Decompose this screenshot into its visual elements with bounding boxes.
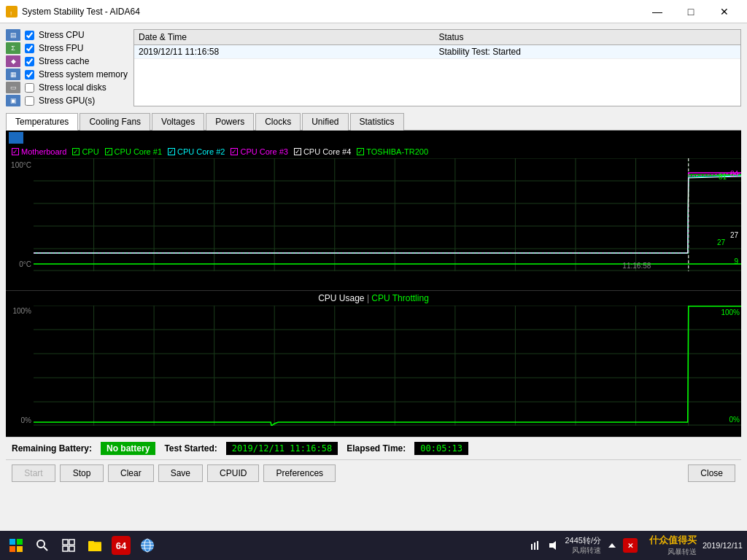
- log-row: 2019/12/11 11:16:58 Stability Test: Star…: [134, 45, 740, 59]
- temp-chart-svg: [34, 158, 741, 271]
- stress-mem-checkbox[interactable]: [25, 70, 34, 79]
- val-84: 84: [730, 170, 738, 178]
- svg-point-41: [37, 540, 44, 548]
- stress-options-panel: ▤ Stress CPU Σ Stress FPU ◆ Stress cache…: [6, 29, 128, 106]
- tab-cooling-fans[interactable]: Cooling Fans: [80, 113, 150, 131]
- stress-cpu-label: Stress CPU: [39, 30, 85, 40]
- tab-powers[interactable]: Powers: [206, 113, 254, 131]
- stress-option-cpu: ▤ Stress CPU: [6, 29, 128, 41]
- taskbar-search-icon[interactable]: [31, 534, 54, 557]
- tab-clocks[interactable]: Clocks: [255, 113, 301, 131]
- start-button[interactable]: Start: [12, 464, 55, 482]
- title-bar: ! System Stability Test - AIDA64 — □ ✕: [0, 0, 747, 23]
- cpu-usage-title: CPU Usage: [318, 293, 364, 303]
- legend-motherboard: ✓ Motherboard: [12, 147, 66, 156]
- taskbar-network-icon: [530, 540, 541, 551]
- val-81: 81: [719, 173, 727, 181]
- watermark-text: 什众值得买: [649, 534, 697, 547]
- taskbar-datetime: 2019/12/11: [703, 541, 743, 550]
- tab-statistics[interactable]: Statistics: [350, 113, 404, 131]
- legend-cpu-core3-label: CPU Core #3: [240, 147, 287, 156]
- svg-rect-39: [9, 546, 15, 552]
- usage-100: 100%: [721, 308, 740, 316]
- stress-cpu-checkbox[interactable]: [25, 31, 34, 40]
- cpu-usage-chart: CPU Usage | CPU Throttling 100% 0%: [6, 291, 741, 437]
- taskbar-right: 2445转/分 风扇转速 ✕ 什众值得买 风暴转送 2019/12/11: [530, 534, 743, 557]
- close-window-button[interactable]: ✕: [708, 0, 741, 23]
- taskbar: 64 2445转/分 风扇转速 ✕: [0, 531, 747, 560]
- chart-indicator: [9, 132, 23, 144]
- x-time-label: 11:16:58: [622, 262, 651, 270]
- minimize-button[interactable]: —: [640, 0, 674, 23]
- svg-rect-44: [69, 540, 74, 545]
- usage-y-max: 100%: [6, 307, 31, 315]
- top-section: ▤ Stress CPU Σ Stress FPU ◆ Stress cache…: [6, 29, 741, 106]
- taskbar-explorer-icon[interactable]: [83, 534, 107, 557]
- taskbar-taskview-icon[interactable]: [57, 534, 80, 557]
- gpu-icon: ▣: [6, 95, 20, 106]
- stress-fpu-label: Stress FPU: [39, 43, 83, 53]
- svg-marker-59: [608, 543, 616, 548]
- stress-option-memory: ▦ Stress system memory: [6, 69, 128, 80]
- svg-rect-37: [9, 539, 15, 545]
- stress-disk-label: Stress local disks: [39, 82, 107, 93]
- svg-rect-43: [63, 540, 68, 545]
- taskbar-rpm-info: 2445转/分 风扇转速: [565, 536, 601, 554]
- status-bar: Remaining Battery: No battery Test Start…: [6, 437, 741, 459]
- taskbar-browser-icon[interactable]: [136, 534, 159, 557]
- usage-right-values: 100%: [721, 307, 740, 317]
- taskbar-rpm-value: 2445转/分: [565, 536, 601, 545]
- svg-text:!: !: [10, 10, 12, 17]
- stress-option-fpu: Σ Stress FPU: [6, 42, 128, 54]
- window-title: System Stability Test - AIDA64: [22, 7, 140, 17]
- stress-fpu-checkbox[interactable]: [25, 44, 34, 53]
- legend-cpu-core2: ✓ CPU Core #2: [168, 147, 225, 156]
- tab-unified[interactable]: Unified: [302, 113, 348, 131]
- usage-y-min: 0%: [6, 416, 31, 424]
- stress-disk-checkbox[interactable]: [25, 83, 34, 93]
- usage-y-labels: 100% 0%: [6, 306, 34, 426]
- cpu-icon: ▤: [6, 29, 20, 41]
- svg-rect-40: [17, 546, 23, 552]
- stress-mem-label: Stress system memory: [39, 69, 128, 79]
- tab-voltages[interactable]: Voltages: [152, 113, 204, 131]
- aida-badge-label: 64: [112, 536, 131, 555]
- log-header-status: Status: [434, 30, 740, 45]
- svg-rect-45: [63, 546, 68, 551]
- elapsed-value: 00:05:13: [414, 442, 468, 455]
- temp-y-labels: 100°C 0°C: [6, 158, 34, 271]
- preferences-button[interactable]: Preferences: [263, 464, 336, 482]
- tab-temperatures[interactable]: Temperatures: [6, 113, 78, 131]
- close-button[interactable]: Close: [688, 464, 735, 482]
- svg-rect-48: [88, 543, 101, 551]
- stress-option-gpu: ▣ Stress GPU(s): [6, 95, 128, 106]
- log-table: Date & Time Status 2019/12/11 11:16:58 S…: [133, 29, 741, 106]
- stress-gpu-label: Stress GPU(s): [39, 96, 95, 106]
- svg-rect-56: [534, 542, 535, 550]
- taskbar-arrow-icon[interactable]: [607, 540, 617, 551]
- usage-chart-canvas: 100% 0%: [6, 306, 741, 426]
- clear-button[interactable]: Clear: [108, 464, 154, 482]
- svg-line-42: [44, 547, 47, 551]
- taskbar-aida64-icon[interactable]: 64: [109, 534, 133, 557]
- taskbar-rpm-label: 风扇转速: [572, 546, 601, 555]
- stress-gpu-checkbox[interactable]: [25, 96, 34, 106]
- tabs-container: Temperatures Cooling Fans Voltages Power…: [6, 112, 741, 131]
- stress-option-disk: ▭ Stress local disks: [6, 82, 128, 93]
- taskbar-antivirus-icon: ✕: [623, 538, 638, 553]
- test-started-value: 2019/12/11 11:16:58: [226, 442, 338, 455]
- maximize-button[interactable]: □: [674, 0, 708, 23]
- stop-button[interactable]: Stop: [60, 464, 104, 482]
- y-max: 100°C: [6, 161, 31, 169]
- taskbar-watermark: 什众值得买 风暴转送: [649, 534, 697, 557]
- memory-icon: ▦: [6, 69, 20, 80]
- taskbar-start-button[interactable]: [4, 534, 28, 557]
- save-button[interactable]: Save: [158, 464, 203, 482]
- cpuid-button[interactable]: CPUID: [207, 464, 259, 482]
- disk-icon: ▭: [6, 82, 20, 93]
- elapsed-label: Elapsed Time:: [347, 443, 406, 454]
- val-27b: 27: [717, 238, 725, 246]
- usage-chart-title: CPU Usage | CPU Throttling: [6, 291, 741, 306]
- main-window: ▤ Stress CPU Σ Stress FPU ◆ Stress cache…: [0, 23, 747, 492]
- stress-cache-checkbox[interactable]: [25, 57, 34, 66]
